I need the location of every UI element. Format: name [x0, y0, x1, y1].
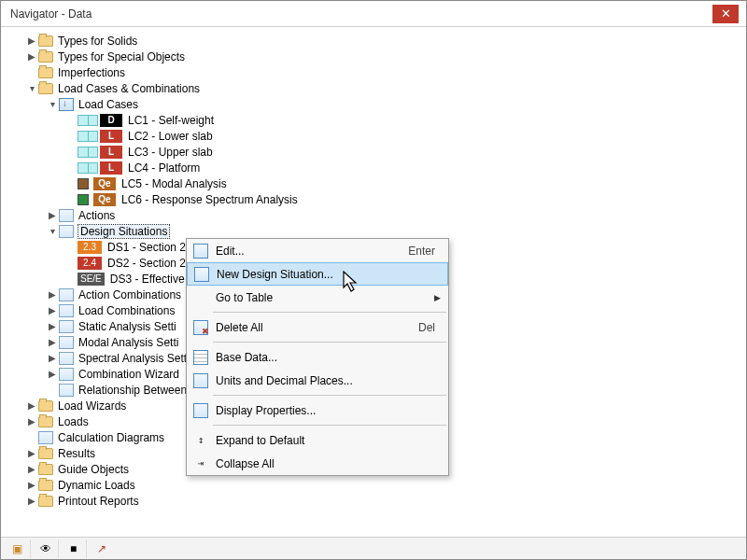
- folder-icon: [38, 35, 53, 47]
- chevron-right-icon[interactable]: ▶: [25, 50, 38, 63]
- chevron-right-icon[interactable]: ▶: [46, 288, 59, 301]
- new-design-situation-icon: [194, 267, 209, 282]
- chevron-right-icon[interactable]: ▶: [25, 479, 38, 492]
- tree-item-lc6[interactable]: Qe LC6 - Response Spectrum Analysis: [1, 191, 746, 207]
- menu-item-expand-to-default[interactable]: ↕ Expand to Default: [187, 428, 448, 452]
- tree-item-types-for-solids[interactable]: ▶ Types for Solids: [1, 33, 746, 49]
- chevron-down-icon[interactable]: ▾: [46, 98, 59, 111]
- actions-icon: [59, 209, 74, 222]
- tree-item-lc4[interactable]: L LC4 - Platform: [1, 160, 746, 175]
- edit-icon: [193, 244, 208, 259]
- bottom-toolbar: ▣ 👁 ■ ↗: [1, 537, 746, 559]
- chevron-right-icon[interactable]: ▶: [46, 320, 59, 333]
- menu-item-units[interactable]: Units and Decimal Places...: [187, 369, 448, 392]
- chevron-down-icon[interactable]: ▾: [46, 225, 59, 238]
- toolbar-button-4[interactable]: ↗: [89, 539, 115, 558]
- chevron-right-icon[interactable]: ▶: [25, 447, 38, 460]
- tree-item-types-for-special-objects[interactable]: ▶ Types for Special Objects: [1, 49, 746, 64]
- chevron-right-icon[interactable]: ▶: [46, 368, 59, 381]
- design-situations-icon: [59, 225, 74, 238]
- close-button[interactable]: ✕: [712, 5, 739, 23]
- load-combinations-icon: [59, 304, 74, 317]
- menu-item-new-design-situation[interactable]: New Design Situation...: [187, 262, 448, 286]
- load-cases-icon: [59, 98, 74, 111]
- load-category-badge: L: [100, 130, 122, 143]
- ds-badge: SE/E: [78, 273, 105, 286]
- ds-badge: 2.4: [78, 257, 102, 270]
- context-menu: Edit... Enter New Design Situation... Go…: [186, 238, 449, 476]
- action-combinations-icon: [59, 288, 74, 301]
- folder-icon: [38, 448, 53, 459]
- menu-separator: [213, 425, 446, 426]
- load-category-badge: Qe: [93, 177, 116, 190]
- toolbar-button-1[interactable]: ▣: [5, 539, 31, 558]
- menu-item-display-properties[interactable]: Display Properties...: [187, 399, 448, 422]
- chevron-down-icon[interactable]: ▾: [25, 82, 38, 95]
- display-properties-icon: [193, 403, 208, 418]
- load-category-badge: L: [100, 161, 122, 175]
- tree-item-lc2[interactable]: L LC2 - Lower slab: [1, 128, 746, 144]
- folder-icon: [38, 67, 53, 78]
- spectral-analysis-icon: [59, 352, 74, 365]
- chevron-right-icon[interactable]: ▶: [46, 209, 59, 222]
- tree-item-actions[interactable]: ▶ Actions: [1, 207, 746, 223]
- folder-icon: [38, 400, 53, 412]
- chevron-right-icon[interactable]: ▶: [46, 336, 59, 349]
- expand-icon: ↕: [198, 434, 204, 446]
- folder-icon: [38, 480, 53, 491]
- folder-icon: [38, 83, 53, 94]
- collapse-icon: ⇥: [198, 457, 204, 469]
- menu-separator: [213, 342, 446, 343]
- menu-separator: [213, 395, 446, 396]
- color-square-icon: [78, 194, 89, 205]
- toolbar-button-3[interactable]: ■: [61, 539, 87, 558]
- tree-item-lc1[interactable]: D LC1 - Self-weight: [1, 112, 746, 128]
- combo-wizard-icon: [59, 368, 74, 381]
- tree-item-dynamic-loads[interactable]: ▶Dynamic Loads: [1, 477, 746, 493]
- menu-separator: [213, 312, 446, 313]
- chevron-right-icon[interactable]: ▶: [25, 495, 38, 508]
- calc-diagrams-icon: [38, 431, 53, 444]
- folder-icon: [38, 51, 53, 63]
- eye-icon: 👁: [40, 542, 51, 555]
- menu-item-collapse-all[interactable]: ⇥ Collapse All: [187, 452, 448, 475]
- modal-analysis-icon: [59, 336, 74, 349]
- window-title: Navigator - Data: [8, 7, 712, 21]
- tree-item-load-cases[interactable]: ▾ Load Cases: [1, 96, 746, 112]
- toolbar-button-2[interactable]: 👁: [33, 539, 59, 558]
- load-category-badge: L: [100, 146, 122, 159]
- flag-icon: ↗: [97, 542, 106, 555]
- delete-icon: [193, 320, 208, 335]
- tree-item-load-cases-combinations[interactable]: ▾ Load Cases & Combinations: [1, 80, 746, 96]
- static-analysis-icon: [59, 320, 74, 333]
- tree-item-printout-reports[interactable]: ▶Printout Reports: [1, 493, 746, 509]
- base-data-icon: [193, 350, 208, 365]
- folder-icon: [38, 496, 53, 507]
- chevron-right-icon[interactable]: ▶: [25, 415, 38, 428]
- menu-item-go-to-table[interactable]: Go to Table: [187, 286, 448, 309]
- camera-icon: ■: [70, 542, 77, 555]
- tree-item-imperfections[interactable]: ▶ Imperfections: [1, 64, 746, 80]
- folder-icon: [38, 464, 53, 475]
- tree-item-lc5[interactable]: Qe LC5 - Modal Analysis: [1, 175, 746, 191]
- chevron-right-icon[interactable]: ▶: [46, 352, 59, 365]
- tree-item-design-situations[interactable]: ▾ Design Situations: [1, 223, 746, 239]
- menu-item-delete-all[interactable]: Delete All Del: [187, 315, 448, 339]
- display-toggle-icon: ▣: [12, 542, 22, 555]
- load-case-squares-icon: [78, 115, 96, 126]
- load-category-badge: Qe: [93, 193, 116, 206]
- menu-item-base-data[interactable]: Base Data...: [187, 345, 448, 369]
- chevron-right-icon[interactable]: ▶: [25, 399, 38, 413]
- ds-badge: 2.3: [78, 241, 102, 254]
- load-category-badge: D: [100, 114, 122, 127]
- chevron-right-icon[interactable]: ▶: [25, 35, 38, 48]
- menu-item-edit[interactable]: Edit... Enter: [187, 239, 448, 262]
- chevron-right-icon[interactable]: ▶: [25, 463, 38, 476]
- chevron-right-icon[interactable]: ▶: [46, 304, 59, 317]
- tree-item-lc3[interactable]: L LC3 - Upper slab: [1, 144, 746, 160]
- folder-icon: [38, 416, 53, 427]
- color-square-icon: [78, 178, 89, 189]
- relationship-icon: [59, 384, 74, 397]
- units-icon: [193, 373, 208, 388]
